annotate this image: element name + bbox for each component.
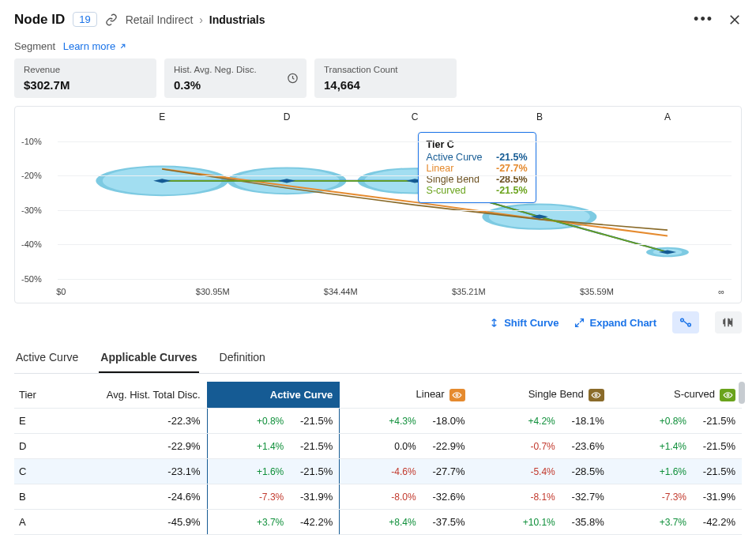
col-header[interactable]: S-curved xyxy=(611,382,742,408)
chart-view-scatter-icon[interactable] xyxy=(672,311,699,333)
col-header[interactable]: Active Curve xyxy=(207,382,340,408)
tab-applicable-curves[interactable]: Applicable Curves xyxy=(99,345,198,373)
tooltip-row: Active Curve-21.5% xyxy=(427,152,528,163)
metric-value: 14,664 xyxy=(324,78,447,92)
x-axis-label: ∞ xyxy=(718,287,724,296)
x-axis-label: $0 xyxy=(56,287,66,296)
segment-label: Segment xyxy=(14,40,55,52)
gridline xyxy=(58,175,732,176)
x-axis-label: $35.21M xyxy=(452,287,486,296)
tier-label: E xyxy=(159,111,165,122)
table-row[interactable]: A -45.9% +3.7%-42.2% +8.4%-37.5% +10.1%-… xyxy=(14,509,742,534)
y-axis-label: -50% xyxy=(21,274,42,284)
gridline xyxy=(58,141,732,142)
shift-curve-link[interactable]: Shift Curve xyxy=(489,317,559,329)
tier-label: B xyxy=(536,111,543,122)
more-icon[interactable]: ••• xyxy=(694,11,713,28)
expand-chart-link[interactable]: Expand Chart xyxy=(574,317,656,329)
metrics-row: Revenue $302.7MHist. Avg. Neg. Disc. 0.3… xyxy=(14,58,742,98)
metric-label: Transaction Count xyxy=(324,65,447,74)
breadcrumb-parent[interactable]: Retail Indirect xyxy=(126,13,194,26)
clock-icon xyxy=(287,73,299,85)
y-axis-label: -30% xyxy=(21,205,42,215)
svg-point-4 xyxy=(595,394,597,396)
metric-value: $302.7M xyxy=(24,78,147,92)
pricing-curves-chart[interactable]: Tier C Active Curve-21.5%Linear-27.7%Sin… xyxy=(18,110,738,300)
table-row[interactable]: E -22.3% +0.8%-21.5% +4.3%-18.0% +4.2%-1… xyxy=(14,408,742,433)
x-axis-label: $35.59M xyxy=(580,287,614,296)
scrollbar-thumb[interactable] xyxy=(739,382,745,404)
curves-table-wrap: TierAvg. Hist. Total Disc.Active CurveLi… xyxy=(14,382,742,535)
node-id-label: Node ID xyxy=(14,12,65,28)
col-header[interactable]: Avg. Hist. Total Disc. xyxy=(49,382,207,408)
metric-value: 0.3% xyxy=(174,78,297,92)
y-axis-label: -40% xyxy=(21,239,42,249)
x-axis-label: $30.95M xyxy=(196,287,230,296)
gridline xyxy=(58,210,732,211)
tooltip-row: Linear-27.7% xyxy=(427,163,528,174)
chart-tooltip: Tier C Active Curve-21.5%Linear-27.7%Sin… xyxy=(418,132,536,203)
svg-point-5 xyxy=(727,394,729,396)
svg-point-2 xyxy=(688,323,691,326)
scrollbar-track[interactable] xyxy=(739,382,745,535)
col-header[interactable]: Linear xyxy=(340,382,472,408)
tabs: Active CurveApplicable CurvesDefinition xyxy=(14,345,742,374)
chart-container: Tier C Active Curve-21.5%Linear-27.7%Sin… xyxy=(14,106,742,303)
node-id-badge[interactable]: 19 xyxy=(73,12,96,27)
close-icon[interactable] xyxy=(728,13,742,27)
header-row: Node ID 19 Retail Indirect › Industrials… xyxy=(14,11,742,28)
metric-card: Hist. Avg. Neg. Disc. 0.3% xyxy=(164,58,307,98)
table-row[interactable]: D -22.9% +1.4%-21.5% 0.0%-22.9% -0.7%-23… xyxy=(14,433,742,458)
breadcrumb-current: Industrials xyxy=(209,13,265,26)
svg-point-3 xyxy=(456,394,458,396)
tab-definition[interactable]: Definition xyxy=(218,345,267,373)
gridline xyxy=(58,244,732,245)
tier-label: C xyxy=(412,111,419,122)
table-row[interactable]: B -24.6% -7.3%-31.9% -8.0%-32.6% -8.1%-3… xyxy=(14,484,742,509)
visibility-toggle-icon[interactable] xyxy=(720,389,735,401)
metric-label: Revenue xyxy=(24,65,147,74)
link-icon[interactable] xyxy=(105,13,118,26)
tooltip-row: S-curved-21.5% xyxy=(427,185,528,196)
col-header[interactable]: Single Bend xyxy=(472,382,611,408)
tier-label: D xyxy=(284,111,291,122)
col-header[interactable]: Tier xyxy=(14,382,49,408)
visibility-toggle-icon[interactable] xyxy=(589,389,604,401)
tab-active-curve[interactable]: Active Curve xyxy=(14,345,80,373)
chart-actions: Shift Curve Expand Chart xyxy=(14,311,742,333)
gridline xyxy=(58,279,732,280)
tier-label: A xyxy=(664,111,671,122)
y-axis-label: -20% xyxy=(21,171,42,180)
x-axis-label: $34.44M xyxy=(324,287,358,296)
table-row[interactable]: C -23.1% +1.6%-21.5% -4.6%-27.7% -5.4%-2… xyxy=(14,458,742,484)
segment-row: Segment Learn more xyxy=(14,40,742,52)
metric-label: Hist. Avg. Neg. Disc. xyxy=(174,65,297,74)
metric-card: Revenue $302.7M xyxy=(14,58,156,98)
y-axis-label: -10% xyxy=(21,137,42,146)
svg-point-1 xyxy=(681,318,684,322)
visibility-toggle-icon[interactable] xyxy=(449,389,465,401)
breadcrumb: Retail Indirect › Industrials xyxy=(126,13,265,26)
metric-card: Transaction Count 14,664 xyxy=(314,58,457,98)
curves-table: TierAvg. Hist. Total Disc.Active CurveLi… xyxy=(14,382,742,535)
learn-more-link[interactable]: Learn more xyxy=(63,40,127,52)
chart-view-candlestick-icon[interactable] xyxy=(715,311,742,333)
